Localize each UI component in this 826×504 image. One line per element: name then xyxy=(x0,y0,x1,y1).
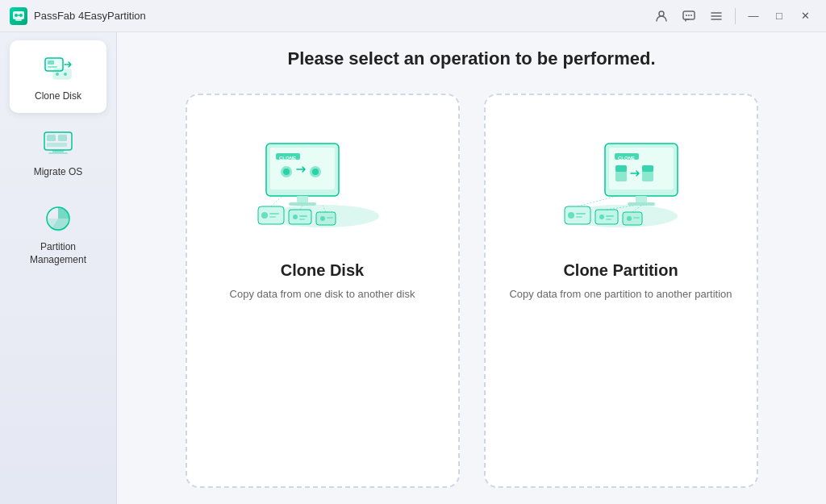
menu-icon-btn[interactable] xyxy=(704,4,728,28)
svg-line-74 xyxy=(578,196,617,206)
svg-rect-20 xyxy=(58,135,67,141)
svg-rect-58 xyxy=(615,165,627,172)
svg-rect-39 xyxy=(269,213,279,215)
svg-point-16 xyxy=(56,73,59,76)
svg-rect-36 xyxy=(289,202,316,206)
titlebar: PassFab 4EasyPartition xyxy=(0,0,826,32)
svg-point-8 xyxy=(690,15,692,16)
content-area: Please select an operation to be perform… xyxy=(117,32,826,504)
migrate-os-sidebar-icon xyxy=(40,126,76,161)
sidebar-item-migrate-os[interactable]: Migrate OS xyxy=(10,116,106,189)
svg-point-4 xyxy=(659,11,664,16)
svg-rect-45 xyxy=(316,212,336,225)
app-title: PassFab 4EasyPartition xyxy=(34,10,146,22)
sidebar: Clone Disk Migrate OS xyxy=(0,32,117,504)
clone-disk-illustration: CLONE xyxy=(242,119,403,248)
svg-point-64 xyxy=(568,212,574,219)
svg-rect-60 xyxy=(642,165,653,172)
svg-rect-65 xyxy=(576,213,586,215)
svg-rect-66 xyxy=(576,216,582,218)
svg-rect-71 xyxy=(623,212,642,225)
svg-rect-73 xyxy=(633,217,640,219)
clone-partition-illustration: CLONE xyxy=(540,119,702,248)
svg-rect-61 xyxy=(636,196,647,202)
svg-rect-35 xyxy=(297,196,308,202)
clone-disk-card-title: Clone Disk xyxy=(281,261,364,280)
sidebar-clone-disk-label: Clone Disk xyxy=(35,90,81,103)
svg-rect-40 xyxy=(269,216,276,218)
main-layout: Clone Disk Migrate OS xyxy=(0,32,826,504)
svg-point-72 xyxy=(627,216,632,221)
sidebar-item-partition-management[interactable]: Partition Management xyxy=(10,191,106,276)
clone-partition-card-title: Clone Partition xyxy=(563,261,678,280)
svg-rect-22 xyxy=(52,150,64,152)
sidebar-migrate-os-label: Migrate OS xyxy=(34,166,83,179)
cards-row: CLONE xyxy=(133,94,810,488)
svg-point-2 xyxy=(19,14,23,17)
svg-rect-44 xyxy=(299,219,305,220)
svg-rect-43 xyxy=(299,215,307,217)
chat-icon-btn[interactable] xyxy=(677,4,701,28)
svg-point-1 xyxy=(15,14,18,17)
svg-rect-62 xyxy=(628,202,655,206)
titlebar-separator xyxy=(735,8,736,24)
svg-rect-13 xyxy=(48,60,54,65)
page-title: Please select an operation to be perform… xyxy=(133,48,810,69)
clone-partition-card-desc: Copy data from one partition to another … xyxy=(509,286,732,302)
titlebar-controls: — □ ✕ xyxy=(649,4,816,28)
clone-disk-card[interactable]: CLONE xyxy=(186,94,460,488)
svg-rect-23 xyxy=(48,152,68,154)
svg-rect-3 xyxy=(15,19,22,21)
clone-disk-sidebar-icon xyxy=(40,50,76,85)
svg-rect-21 xyxy=(47,143,67,147)
svg-point-42 xyxy=(293,215,298,219)
minimize-button[interactable]: — xyxy=(742,5,765,27)
svg-rect-69 xyxy=(606,215,614,217)
svg-point-32 xyxy=(283,169,290,175)
sidebar-item-clone-disk[interactable]: Clone Disk xyxy=(10,40,106,113)
svg-point-7 xyxy=(688,15,690,16)
svg-point-34 xyxy=(312,169,319,175)
svg-line-48 xyxy=(271,196,282,206)
svg-point-38 xyxy=(261,212,268,219)
clone-partition-card[interactable]: CLONE xyxy=(484,94,758,488)
titlebar-left: PassFab 4EasyPartition xyxy=(10,7,146,25)
svg-text:CLONE: CLONE xyxy=(618,156,635,160)
partition-management-sidebar-icon xyxy=(40,201,76,236)
svg-rect-70 xyxy=(606,219,611,220)
maximize-button[interactable]: □ xyxy=(768,5,791,27)
sidebar-partition-management-label: Partition Management xyxy=(16,241,100,266)
svg-point-17 xyxy=(64,73,67,76)
svg-text:CLONE: CLONE xyxy=(279,156,296,160)
svg-rect-14 xyxy=(48,66,57,68)
close-button[interactable]: ✕ xyxy=(794,5,816,27)
account-icon-btn[interactable] xyxy=(649,4,674,28)
clone-disk-card-desc: Copy data from one disk to another disk xyxy=(230,286,415,302)
svg-point-68 xyxy=(599,215,604,219)
svg-rect-47 xyxy=(327,217,333,219)
svg-point-46 xyxy=(320,216,325,221)
svg-point-6 xyxy=(686,15,687,16)
app-logo-icon xyxy=(10,7,27,25)
svg-rect-19 xyxy=(47,135,56,141)
